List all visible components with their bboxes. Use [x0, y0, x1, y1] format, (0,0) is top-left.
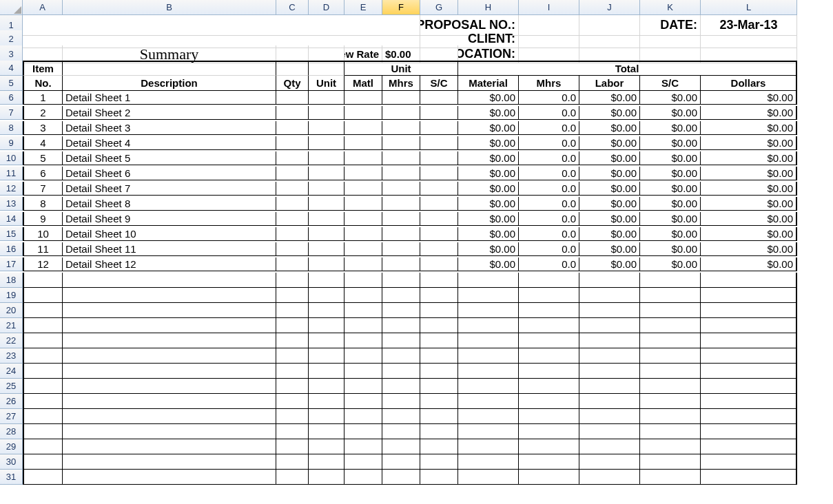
row-header-7[interactable]: 7	[0, 106, 23, 120]
cell[interactable]	[309, 303, 344, 318]
cell[interactable]	[309, 454, 344, 470]
total-labor-cell[interactable]: $0.00	[579, 121, 640, 135]
total-dollars-cell[interactable]: $0.00	[701, 212, 797, 226]
item-no[interactable]	[23, 454, 63, 470]
total-dollars-cell[interactable]: $0.00	[701, 182, 797, 196]
cell[interactable]	[579, 424, 640, 439]
description-cell[interactable]: Detail Sheet 8	[63, 197, 276, 211]
matl-cell[interactable]	[344, 151, 382, 165]
total-labor-cell[interactable]: $0.00	[579, 136, 640, 150]
item-no[interactable]	[23, 288, 63, 303]
cell[interactable]	[519, 379, 579, 394]
total-dollars-cell[interactable]: $0.00	[701, 121, 797, 135]
cell[interactable]	[579, 394, 640, 409]
sc-cell[interactable]	[420, 167, 458, 180]
row-header-4[interactable]: 4	[0, 61, 23, 76]
total-sc-cell[interactable]: $0.00	[640, 121, 701, 135]
total-sc-cell[interactable]: $0.00	[640, 197, 701, 211]
cell[interactable]	[382, 394, 420, 409]
row-header-28[interactable]: 28	[0, 424, 23, 439]
row-header-6[interactable]: 6	[0, 91, 23, 105]
matl-cell[interactable]	[344, 227, 382, 241]
row-header-17[interactable]: 17	[0, 258, 23, 271]
unit-cell[interactable]	[309, 227, 344, 241]
mhrs-cell[interactable]	[382, 151, 420, 165]
item-no[interactable]: 6	[23, 167, 63, 180]
unit-cell[interactable]	[309, 121, 344, 135]
mhrs-cell[interactable]	[382, 136, 420, 150]
cell[interactable]	[309, 61, 344, 76]
unit-cell[interactable]	[309, 212, 344, 226]
cell[interactable]	[458, 288, 519, 303]
cell[interactable]	[701, 454, 797, 470]
cell[interactable]	[309, 364, 344, 379]
unit-cell[interactable]	[309, 151, 344, 165]
mhrs-cell[interactable]	[382, 106, 420, 120]
total-material-cell[interactable]: $0.00	[458, 136, 519, 150]
cell[interactable]	[701, 318, 797, 333]
total-mhrs-cell[interactable]: 0.0	[519, 258, 579, 271]
row-header-27[interactable]: 27	[0, 409, 23, 424]
cell[interactable]	[276, 394, 309, 409]
cell[interactable]	[382, 439, 420, 454]
column-header-E[interactable]: E	[344, 0, 382, 15]
total-labor-cell[interactable]: $0.00	[579, 91, 640, 105]
cell[interactable]	[701, 364, 797, 379]
cell[interactable]	[458, 333, 519, 348]
description-cell[interactable]	[63, 424, 276, 439]
matl-cell[interactable]	[344, 242, 382, 256]
cell[interactable]	[519, 470, 579, 485]
matl-cell[interactable]	[344, 197, 382, 211]
description-cell[interactable]: Detail Sheet 5	[63, 151, 276, 165]
cell[interactable]	[420, 409, 458, 424]
row-header-30[interactable]: 30	[0, 454, 23, 470]
total-sc-cell[interactable]: $0.00	[640, 151, 701, 165]
description-cell[interactable]: Detail Sheet 4	[63, 136, 276, 150]
cell[interactable]	[640, 303, 701, 318]
cell[interactable]	[420, 318, 458, 333]
total-labor-cell[interactable]: $0.00	[579, 258, 640, 271]
cell[interactable]	[701, 273, 797, 288]
total-material-cell[interactable]: $0.00	[458, 182, 519, 196]
row-header-29[interactable]: 29	[0, 439, 23, 454]
total-dollars-cell[interactable]: $0.00	[701, 258, 797, 271]
sc-cell[interactable]	[420, 106, 458, 120]
total-mhrs-cell[interactable]: 0.0	[519, 91, 579, 105]
total-dollars-cell[interactable]: $0.00	[701, 106, 797, 120]
unit-cell[interactable]	[309, 106, 344, 120]
cell[interactable]	[382, 364, 420, 379]
total-dollars-cell[interactable]: $0.00	[701, 227, 797, 241]
total-dollars-cell[interactable]: $0.00	[701, 167, 797, 180]
cell[interactable]	[344, 394, 382, 409]
cell[interactable]	[519, 394, 579, 409]
column-header-F[interactable]: F	[382, 0, 420, 15]
cell[interactable]	[458, 379, 519, 394]
matl-cell[interactable]	[344, 212, 382, 226]
item-no[interactable]: 4	[23, 136, 63, 150]
unit-cell[interactable]	[309, 136, 344, 150]
total-sc-cell[interactable]: $0.00	[640, 91, 701, 105]
cell[interactable]	[344, 364, 382, 379]
cell[interactable]	[309, 273, 344, 288]
total-material-cell[interactable]: $0.00	[458, 151, 519, 165]
row-header-26[interactable]: 26	[0, 394, 23, 409]
cell[interactable]	[276, 439, 309, 454]
row-header-23[interactable]: 23	[0, 348, 23, 364]
item-no[interactable]	[23, 470, 63, 485]
mhrs-cell[interactable]	[382, 242, 420, 256]
cell[interactable]	[701, 379, 797, 394]
cell[interactable]	[640, 333, 701, 348]
description-cell[interactable]	[63, 454, 276, 470]
column-header-C[interactable]: C	[276, 0, 309, 15]
cell[interactable]	[382, 409, 420, 424]
cell[interactable]	[579, 454, 640, 470]
matl-cell[interactable]	[344, 121, 382, 135]
cell[interactable]	[701, 470, 797, 485]
cell[interactable]	[344, 409, 382, 424]
total-labor-cell[interactable]: $0.00	[579, 167, 640, 180]
total-labor-cell[interactable]: $0.00	[579, 151, 640, 165]
total-mhrs-cell[interactable]: 0.0	[519, 197, 579, 211]
cell[interactable]	[344, 288, 382, 303]
cell[interactable]	[458, 424, 519, 439]
total-material-cell[interactable]: $0.00	[458, 212, 519, 226]
